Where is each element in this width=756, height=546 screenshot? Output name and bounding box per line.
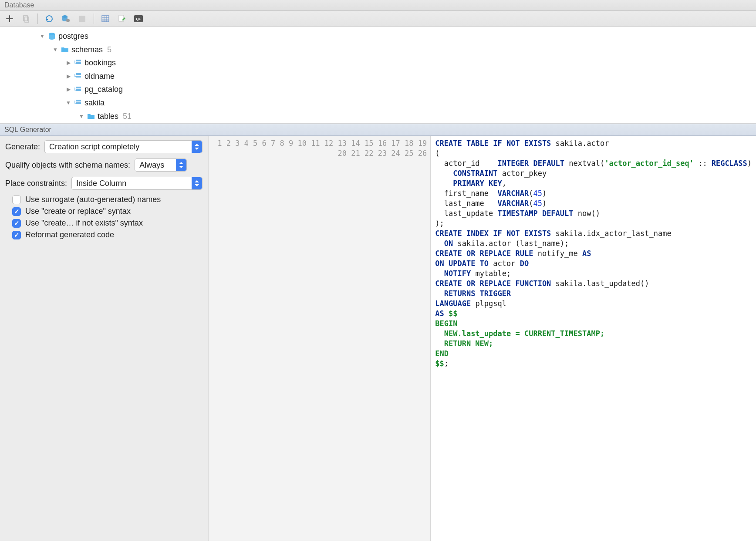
tree-label: tables [98,110,118,123]
window-title: Database [4,1,34,9]
tree-label: schemas [71,43,103,57]
checkbox-row[interactable]: ✓Reformat generated code [5,230,202,239]
stepper-icon [192,141,202,153]
database-icon [48,32,56,40]
toolbar: QL [0,11,756,27]
sql-console-icon[interactable]: QL [133,13,144,24]
checkbox-label: Use "create or replace" syntax [25,207,131,216]
table-view-icon[interactable] [100,13,111,24]
tree-label: bookings [84,56,116,70]
qualify-select[interactable]: Always [135,158,187,172]
chevron-right-icon: ▶ [65,72,71,81]
svg-rect-17 [76,102,81,104]
svg-rect-10 [76,60,81,61]
edit-file-icon[interactable] [117,13,127,24]
separator [37,13,38,24]
tree-label: pg_catalog [84,83,123,96]
svg-rect-16 [76,100,81,101]
tree-node-tables[interactable]: ▼ tables 51 [0,110,756,123]
datasource-properties-icon[interactable] [61,13,71,24]
database-tree[interactable]: ▼ postgres ▼ schemas 5 ▶bookings▶oldname… [0,27,756,124]
tree-node-database[interactable]: ▼ postgres [0,30,756,43]
code-editor[interactable]: 1 2 3 4 5 6 7 8 9 10 11 12 13 14 15 16 1… [208,136,756,541]
checkbox-row[interactable]: ✓Use "create or replace" syntax [5,207,202,216]
svg-rect-0 [24,16,27,21]
chevron-right-icon: ▶ [65,58,71,67]
code-content[interactable]: CREATE TABLE IF NOT EXISTS sakila.actor(… [431,136,756,541]
schema-icon [74,59,82,66]
chevron-down-icon: ▼ [78,112,84,121]
tree-node-schema[interactable]: ▶pg_catalog [0,83,756,96]
constraints-select[interactable]: Inside Column [71,177,202,190]
tree-label: postgres [58,30,88,43]
panel-title-bar: SQL Generator [0,124,756,136]
svg-rect-12 [76,73,81,75]
checkbox[interactable] [12,195,21,204]
tree-label: sakila [84,96,105,110]
checkbox-label: Use surrogate (auto-generated) names [25,195,161,204]
schema-icon [74,99,82,106]
line-number-gutter: 1 2 3 4 5 6 7 8 9 10 11 12 13 14 15 16 1… [208,136,431,541]
folder-icon [61,46,69,53]
svg-text:QL: QL [136,17,141,21]
tree-node-schema[interactable]: ▶oldname [0,70,756,83]
chevron-down-icon: ▼ [52,45,58,54]
generate-label: Generate: [5,142,40,152]
title-bar: Database [0,0,756,11]
schema-icon [74,73,82,80]
tree-node-schema[interactable]: ▼sakila [0,96,756,110]
select-value: Always [139,161,164,170]
svg-rect-14 [76,87,81,88]
tree-label: oldname [84,70,115,83]
constraints-label: Place constraints: [5,179,67,188]
svg-rect-13 [76,76,81,78]
tree-label: actor [111,123,128,124]
svg-rect-1 [25,17,29,22]
add-icon[interactable] [4,13,15,24]
svg-rect-11 [76,62,81,64]
stepper-icon [176,159,186,171]
chevron-down-icon: ▼ [65,98,71,107]
item-count: 5 [107,43,111,57]
checkbox-label: Use "create… if not exists" syntax [25,219,143,228]
stop-icon [77,13,88,24]
copy-icon[interactable] [21,13,31,24]
panel-title: SQL Generator [4,126,51,133]
checkbox[interactable]: ✓ [12,231,21,239]
stepper-icon [192,177,202,189]
svg-rect-15 [76,89,81,91]
checkbox-row[interactable]: Use surrogate (auto-generated) names [5,195,202,204]
svg-rect-4 [79,16,85,22]
qualify-label: Qualify objects with schema names: [5,161,130,170]
chevron-down-icon: ▼ [39,32,45,40]
tree-node-schema[interactable]: ▶bookings [0,56,756,70]
checkbox-label: Reformat generated code [25,230,114,239]
chevron-right-icon: ▶ [65,85,71,94]
checkbox-row[interactable]: ✓Use "create… if not exists" syntax [5,219,202,228]
select-value: Inside Column [76,179,126,188]
svg-point-3 [66,19,70,22]
select-value: Creation script completely [49,142,139,152]
schema-icon [74,86,82,93]
tree-node-schemas[interactable]: ▼ schemas 5 [0,43,756,57]
checkbox[interactable]: ✓ [12,207,21,216]
folder-icon [87,113,95,120]
refresh-icon[interactable] [44,13,54,24]
options-panel: Generate: Creation script completely Qua… [0,136,208,541]
checkbox[interactable]: ✓ [12,219,21,228]
separator [94,13,94,24]
generate-select[interactable]: Creation script completely [44,140,202,153]
item-count: 51 [123,110,132,123]
